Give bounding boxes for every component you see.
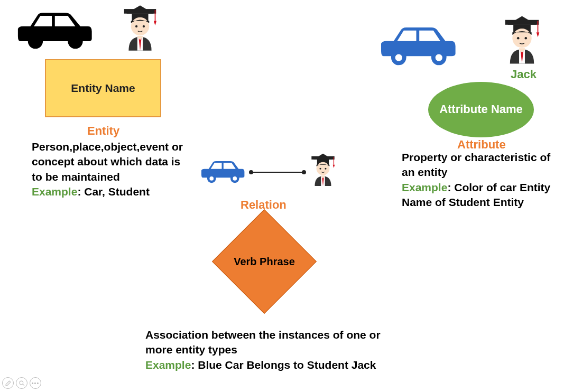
svg-point-7 (143, 25, 145, 27)
svg-point-24 (302, 170, 306, 174)
student-jack-icon (497, 13, 547, 66)
svg-point-9 (395, 54, 402, 61)
svg-point-21 (233, 176, 237, 181)
svg-point-30 (325, 168, 326, 170)
attribute-ellipse-label: Attribute Name (439, 102, 523, 116)
svg-point-6 (135, 25, 137, 27)
svg-point-11 (436, 54, 442, 61)
car-icon (8, 4, 98, 54)
svg-point-29 (319, 168, 321, 170)
attribute-description: Property or characteristic of an entity … (402, 150, 566, 210)
entity-name-box: Entity Name (45, 59, 161, 117)
relation-description: Association between the instances of one… (145, 328, 410, 372)
svg-point-0 (29, 34, 42, 48)
entity-box-label: Entity Name (71, 82, 135, 95)
entity-description: Person,place,object,event or concept abo… (32, 139, 190, 199)
zoom-icon[interactable] (16, 377, 27, 389)
svg-point-1 (68, 34, 82, 48)
student-icon (116, 3, 164, 53)
diamond-label: Verb Phrase (234, 255, 295, 268)
jack-label: Jack (511, 68, 537, 81)
more-icon[interactable]: ••• (30, 377, 41, 389)
svg-line-32 (23, 384, 24, 386)
toolbar: ••• (2, 377, 43, 389)
attribute-ellipse: Attribute Name (428, 82, 534, 137)
svg-point-31 (20, 381, 23, 385)
blue-car-icon (370, 18, 463, 69)
svg-point-17 (525, 37, 528, 40)
entity-title: Entity (87, 124, 119, 138)
relation-illustration (196, 151, 338, 193)
pen-icon[interactable] (2, 377, 14, 389)
svg-point-19 (209, 176, 214, 181)
svg-point-16 (517, 37, 520, 40)
relation-diamond: Verb Phrase (209, 222, 320, 301)
